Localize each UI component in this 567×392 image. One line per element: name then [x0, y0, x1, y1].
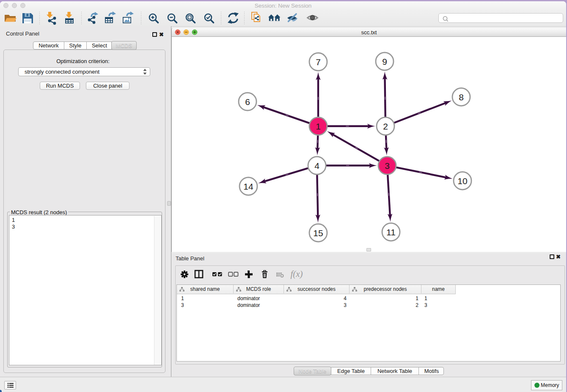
- svg-text:4: 4: [314, 161, 319, 171]
- svg-text:15: 15: [313, 228, 323, 238]
- svg-text:3: 3: [385, 161, 390, 171]
- svg-text:14: 14: [243, 182, 253, 191]
- svg-text:7: 7: [316, 57, 321, 67]
- svg-text:9: 9: [382, 57, 387, 66]
- svg-text:6: 6: [245, 97, 250, 107]
- svg-text:f(x): f(x): [290, 269, 303, 279]
- svg-text:8: 8: [459, 92, 464, 102]
- svg-text:10: 10: [457, 176, 467, 186]
- svg-text:11: 11: [386, 227, 396, 237]
- svg-text:1: 1: [316, 121, 321, 131]
- svg-text:2: 2: [383, 121, 388, 131]
